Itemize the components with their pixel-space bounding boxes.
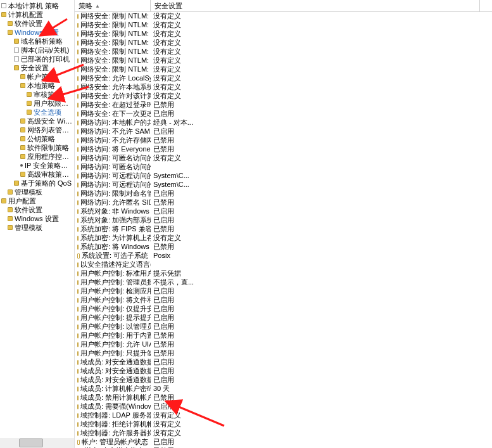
tree-node[interactable]: 管理模板 [1,188,74,196]
tree-node[interactable]: 用户配置 [1,196,74,205]
policy-name: 以安全描述符定义语言(SDD... [80,260,151,269]
tree-node[interactable]: 软件设置 [1,205,74,214]
policy-row[interactable]: 域控制器: 拒绝计算机帐户密...没有定义 [75,419,492,428]
policy-row[interactable]: 网络访问: 可匿名访问的共享没有定义 [75,153,492,162]
policy-setting-cell: 没有定义 [151,74,480,82]
tree-node[interactable]: 基于策略的 QoS [1,179,74,188]
column-header[interactable]: 策略▲ [75,0,151,11]
policy-row[interactable]: 帐户: 管理员帐户状态已启用 [75,437,492,446]
policy-row[interactable]: 用户帐户控制: 只提升签名并...已禁用 [75,349,492,357]
tree-node[interactable]: 审核策略 [1,90,74,99]
policy-setting-cell: 没有定义 [151,428,480,437]
policy-row[interactable]: 用户帐户控制: 以管理员批准...已启用 [75,322,492,331]
policy-row[interactable]: 网络访问: 限制对命名管道和...已启用 [75,189,492,198]
policy-row[interactable]: 网络安全: 限制 NTLM: 到远...没有定义 [75,29,492,38]
tree-node[interactable]: 管理模板 [1,223,74,232]
policy-row[interactable]: 网络访问: 可远程访问的注册...System\C... [75,171,492,180]
policy-row[interactable]: 用户帐户控制: 检测应用程序...已启用 [75,286,492,295]
tree-node[interactable]: 安全选项 [1,108,74,117]
policy-row[interactable]: 网络访问: 允许匿名 SID/名...已禁用 [75,198,492,207]
document-icon [14,56,19,61]
policy-row[interactable]: 域成员: 对安全通道数据进行...已启用 [75,357,492,366]
policy-row[interactable]: 网络访问: 可远程访问的注册...System\C... [75,180,492,189]
policy-row[interactable]: 域成员: 计算机帐户密码最长...30 天 [75,384,492,393]
policy-name-cell: 网络安全: 限制 NTLM: 添加... [75,56,151,65]
policy-row[interactable]: 网络安全: 限制 NTLM: 审核...没有定义 [75,38,492,47]
policy-row[interactable]: 用户帐户控制: 标准用户的提...提示凭据 [75,269,492,278]
policy-icon [77,289,79,294]
tree-node[interactable]: 脚本(启动/关机) [1,46,74,54]
tree-node[interactable]: 本地计算机 策略 [1,1,74,10]
tree-node[interactable]: 应用程序控制策略 [1,152,74,161]
policy-row[interactable]: 网络安全: 限制 NTLM: 为 N...没有定义 [75,65,492,74]
tree-node-label: 安全设置 [21,63,49,72]
policy-row[interactable]: 网络安全: 限制 NTLM: 审核...没有定义 [75,47,492,56]
tree-node[interactable]: 已部署的打印机 [1,54,74,63]
tree-node[interactable]: Windows 设置 [1,214,74,223]
tree-node[interactable]: 公钥策略 [1,134,74,143]
policy-row[interactable]: 域成员: 对安全通道数据进行...已启用 [75,366,492,375]
tree-node[interactable]: 域名解析策略 [1,37,74,46]
policy-row[interactable]: 网络安全: 允许对该计算机的 ...没有定义 [75,91,492,100]
policy-row[interactable]: 系统加密: 将 Windows 可执...已禁用 [75,242,492,251]
policy-row[interactable]: 系统加密: 将 FIPS 兼容算法...已禁用 [75,224,492,233]
policy-name: 系统加密: 为计算机上存储的... [80,233,151,242]
policy-row[interactable]: 系统对象: 非 Windows 子系...已启用 [75,207,492,215]
policy-row[interactable]: 用户帐户控制: 管理员批准模...不提示，直... [75,278,492,286]
policy-row[interactable]: 网络安全: 在下一次更改密码...已启用 [75,109,492,118]
policy-row[interactable]: 域成员: 对安全通道数据进行...已启用 [75,375,492,384]
policy-setting-cell: Posix [151,251,480,260]
policy-row[interactable]: 网络访问: 将 Everyone 权限...已禁用 [75,144,492,153]
policy-setting-cell: 已禁用 [151,349,480,357]
policy-row[interactable]: 以安全描述符定义语言(SDD... [75,260,492,269]
scrollbar-thumb[interactable] [19,438,43,447]
policy-row[interactable]: 用户帐户控制: 用于内置管理...已禁用 [75,331,492,340]
tree-node-label: 公钥策略 [27,134,55,143]
tree-node[interactable]: 用户权限分配 [1,99,74,108]
policy-name-cell: 用户帐户控制: 提示提升时切... [75,313,151,322]
column-header[interactable]: 安全设置 [151,0,480,11]
tree-node[interactable]: 安全设置 [1,63,74,72]
tree-node-label: 软件设置 [15,19,42,28]
policy-row[interactable]: 域控制器: 允许服务器操作者...没有定义 [75,428,492,437]
policy-row[interactable]: 网络安全: 允许本地系统将计...没有定义 [75,82,492,91]
tree-node[interactable]: 高级审核策略配置 [1,170,74,179]
policy-row[interactable]: 网络访问: 本地帐户的共享和...经典 - 对本... [75,118,492,127]
policy-row[interactable]: 域控制器: LDAP 服务器签名...没有定义 [75,411,492,419]
policy-row[interactable]: 网络安全: 限制 NTLM: 添加...没有定义 [75,56,492,65]
policy-row[interactable]: 网络安全: 限制 NTLM: 此域...没有定义 [75,20,492,29]
policy-name: 域控制器: LDAP 服务器签名... [80,411,151,419]
tree-node[interactable]: 软件限制策略 [1,143,74,152]
policy-row[interactable]: 用户帐户控制: 提示提升时切...已启用 [75,313,492,322]
tree-node[interactable]: IP 安全策略，在 本地 [1,161,74,170]
policy-row[interactable]: 用户帐户控制: 将文件和注册...已启用 [75,295,492,304]
policy-row[interactable]: 域成员: 需要强(Windows 20...已启用 [75,402,492,411]
policy-row[interactable]: 用户帐户控制: 仅提升安装在...已启用 [75,304,492,313]
policy-row[interactable]: 网络访问: 不允许 SAM 帐户...已启用 [75,127,492,136]
policy-row[interactable]: 系统设置: 可选子系统Posix [75,251,492,260]
policy-row[interactable]: 用户帐户控制: 允许 UIAcces...已禁用 [75,340,492,349]
policy-name-cell: 网络访问: 可远程访问的注册... [75,180,151,189]
policy-name-cell: 网络安全: 在超过登录时间后... [75,100,151,109]
tree-node[interactable]: 本地策略 [1,81,74,90]
policy-row[interactable]: 网络访问: 可匿名访问的命名... [75,162,492,171]
policy-row[interactable]: 网络安全: 允许 LocalSystem...没有定义 [75,74,492,82]
policy-row[interactable]: 网络安全: 在超过登录时间后...已禁用 [75,100,492,109]
policy-name-cell: 系统对象: 非 Windows 子系... [75,207,151,215]
tree-node[interactable]: 高级安全 Windows 防 [1,117,74,125]
tree-node[interactable]: Windows 设置 [1,28,74,37]
policy-row[interactable]: 网络安全: 限制 NTLM: 传入 ...没有定义 [75,11,492,20]
policy-row[interactable]: 系统对象: 加强内部系统对象...已启用 [75,215,492,224]
folder-icon [20,127,25,132]
folder-icon [14,65,19,70]
tree-node[interactable]: 软件设置 [1,19,74,28]
tree-node[interactable]: 帐户策略 [1,72,74,81]
folder-icon [20,83,25,88]
policy-row[interactable]: 网络访问: 不允许存储网络身...已禁用 [75,136,492,144]
policy-row[interactable]: 域成员: 禁用计算机帐户密码...已禁用 [75,393,492,402]
tree-horizontal-scrollbar[interactable] [0,438,74,448]
policy-row[interactable]: 系统加密: 为计算机上存储的...没有定义 [75,233,492,242]
tree-node[interactable]: 计算机配置 [1,10,74,19]
policy-setting-cell: 没有定义 [151,38,480,47]
tree-node[interactable]: 网络列表管理器策略 [1,125,74,134]
